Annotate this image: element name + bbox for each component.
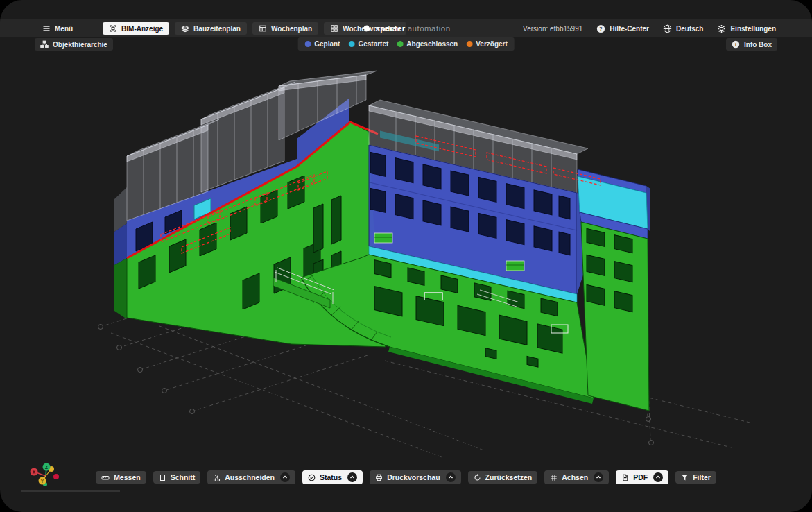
achsen-button[interactable]: Achsen (544, 470, 609, 484)
info-icon: i (732, 40, 740, 49)
axis-negative-dot[interactable] (53, 474, 59, 479)
top-navigation-bar: Menü BIM-Anzeige Bauzeitenplan Wochenpla… (0, 19, 812, 37)
abgeschlossen-dot (397, 41, 403, 47)
pdf-button[interactable]: PDF (616, 470, 668, 484)
chevron-up-icon (282, 475, 288, 480)
bim-scan-icon (109, 24, 117, 33)
printer-icon (375, 474, 383, 481)
grid-icon (330, 24, 338, 33)
hamburger-icon (42, 24, 51, 33)
chevron-up-icon (349, 475, 355, 480)
status-legend: Geplant Gestartet Abgeschlossen Verzöger… (297, 37, 515, 51)
achsen-toggle[interactable] (594, 472, 603, 482)
tab-label: Bauzeitenplan (193, 25, 241, 33)
druckvorschau-button[interactable]: Druckvorschau (370, 470, 460, 484)
table-icon (259, 24, 267, 33)
globe-icon (663, 24, 672, 33)
tab-label: Wochenplan (271, 25, 312, 33)
geplant-dot (304, 41, 311, 47)
status-check-icon (308, 474, 316, 481)
zuruecksetzen-button[interactable]: Zurücksetzen (468, 471, 538, 484)
object-hierarchy-button[interactable]: Objekthierarchie (35, 38, 113, 51)
legend-item-gestartet: Gestartet (348, 40, 388, 48)
gestartet-dot (348, 41, 354, 47)
tab-wochenplan[interactable]: Wochenplan (252, 22, 318, 35)
tab-bauzeitenplan[interactable]: Bauzeitenplan (175, 22, 247, 35)
pdf-icon (621, 474, 629, 481)
svg-text:Z: Z (45, 465, 48, 470)
specter-ghost-icon (361, 24, 371, 33)
svg-text:X: X (33, 470, 36, 475)
svg-text:?: ? (599, 26, 603, 32)
druckvorschau-toggle[interactable] (446, 472, 456, 482)
settings-button[interactable]: Einstellungen (717, 24, 776, 33)
brand-logo: specter automation (361, 19, 450, 37)
schnitt-button[interactable]: Schnitt (153, 471, 201, 484)
tab-label: BIM-Anzeige (121, 25, 163, 33)
ausschneiden-toggle[interactable] (280, 472, 290, 482)
filter-icon (681, 474, 689, 481)
section-icon (159, 474, 166, 481)
axis-x-handle[interactable]: X (31, 468, 38, 476)
layers-icon (181, 24, 189, 33)
filter-button[interactable]: Filter (675, 471, 716, 484)
ausschneiden-button[interactable]: Ausschneiden (207, 470, 295, 484)
svg-text:i: i (735, 42, 736, 48)
axis-y-handle[interactable]: Y (39, 477, 46, 485)
axis-gizmo[interactable]: Z X Y (17, 454, 128, 495)
legend-item-abgeschlossen: Abgeschlossen (397, 40, 458, 48)
menu-button[interactable]: Menü (36, 22, 79, 35)
verzoegert-dot (466, 41, 472, 47)
bim-3d-viewport[interactable] (0, 0, 812, 512)
svg-text:Y: Y (41, 479, 44, 484)
brand-suffix: automation (408, 24, 451, 33)
status-toggle[interactable] (347, 472, 357, 482)
hierarchy-icon (40, 40, 49, 49)
app-frame: Menü BIM-Anzeige Bauzeitenplan Wochenpla… (0, 0, 812, 512)
axis-z-handle[interactable]: Z (43, 463, 51, 471)
help-center-button[interactable]: ? Hilfe-Center (596, 24, 649, 33)
legend-item-geplant: Geplant (304, 40, 340, 48)
version-label: Version: efbb15991 (523, 25, 582, 33)
pdf-toggle[interactable] (653, 472, 663, 482)
menu-label: Menü (55, 25, 73, 33)
scissors-icon (213, 474, 221, 481)
reset-icon (474, 474, 481, 481)
status-button[interactable]: Status (302, 470, 363, 484)
info-box-button[interactable]: i Info Box (726, 38, 777, 51)
chevron-up-icon (655, 475, 661, 480)
chevron-up-icon (448, 475, 453, 480)
help-icon: ? (596, 24, 605, 33)
brand-name: specter (375, 24, 405, 33)
language-button[interactable]: Deutsch (663, 24, 703, 33)
legend-item-verzoegert: Verzögert (466, 40, 508, 48)
gear-icon (717, 24, 726, 33)
tab-bim-anzeige[interactable]: BIM-Anzeige (103, 22, 169, 35)
axes-grid-icon (550, 474, 558, 481)
chevron-up-icon (596, 475, 601, 480)
